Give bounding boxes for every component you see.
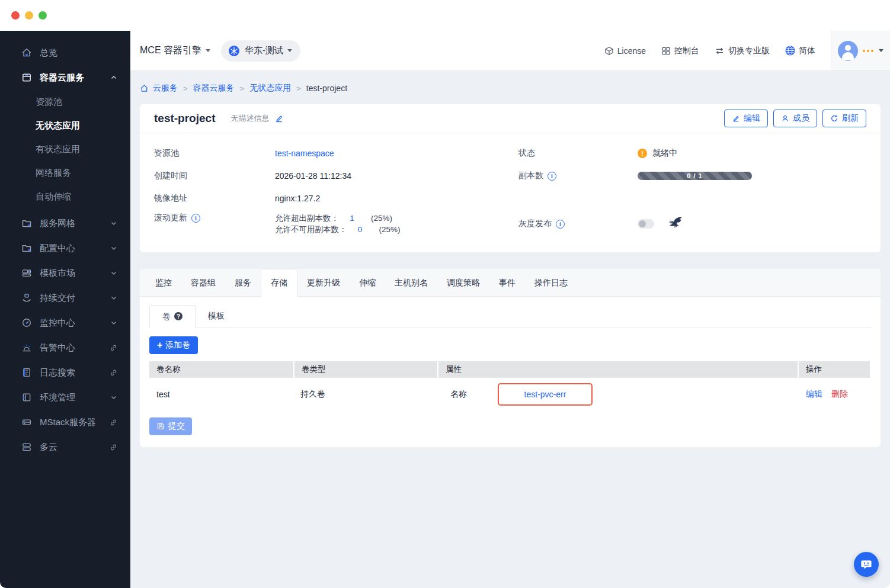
tab-host-alias[interactable]: 主机别名	[385, 269, 437, 296]
license-link[interactable]: License	[604, 46, 646, 56]
tab-scaling[interactable]: 伸缩	[350, 269, 385, 296]
tab-storage[interactable]: 存储	[261, 269, 297, 297]
sidebar-item-overview[interactable]: 总览	[0, 40, 130, 65]
subtab-templates[interactable]: 模板	[196, 304, 237, 327]
sidebar-item-alert-center[interactable]: 告警中心	[0, 335, 130, 360]
row-delete-link[interactable]: 删除	[831, 389, 848, 400]
info-icon[interactable]: i	[191, 214, 200, 223]
image-value: nginx:1.27.2	[275, 194, 320, 203]
edit-button[interactable]: 编辑	[724, 110, 768, 127]
attr-name-label: 名称	[450, 389, 467, 400]
info-icon[interactable]: i	[548, 172, 556, 181]
refresh-button-label: 刷新	[842, 113, 859, 124]
rolling-update-values: 允许超出副本数：1(25%) 允许不可用副本数：0(25%)	[275, 213, 401, 235]
pvc-select[interactable]: test-pvc-err	[498, 383, 593, 406]
sidebar-item-label: 环境管理	[40, 392, 110, 403]
container-service-icon	[21, 72, 32, 83]
submit-button-label: 提交	[168, 421, 185, 432]
volumes-table: 卷名称 卷类型 属性 操作 test 持久卷 名称 test-pvc-err	[149, 361, 871, 414]
breadcrumb-container-cloud[interactable]: 容器云服务	[193, 83, 235, 94]
external-link-icon	[110, 419, 117, 426]
field-label: 滚动更新 i	[154, 213, 275, 223]
cluster-selector[interactable]: 华东-测试	[221, 40, 300, 62]
sidebar-item-environment-mgmt[interactable]: 环境管理	[0, 385, 130, 410]
sidebar-item-label: 日志搜索	[40, 367, 110, 378]
sidebar-item-continuous-delivery[interactable]: 持续交付	[0, 285, 130, 310]
window-title-bar	[0, 0, 890, 31]
sidebar-item-stateful-apps[interactable]: 有状态应用	[0, 137, 130, 161]
sidebar-item-container-cloud[interactable]: 容器云服务	[0, 65, 130, 90]
tab-events[interactable]: 事件	[489, 269, 525, 296]
breadcrumb-current: test-project	[306, 83, 347, 93]
delivery-icon	[21, 293, 32, 303]
info-icon[interactable]: i	[556, 220, 565, 229]
field-label: 创建时间	[154, 171, 275, 181]
breadcrumb-stateless-apps[interactable]: 无状态应用	[249, 83, 291, 94]
surge-label: 允许超出副本数：	[275, 214, 339, 223]
sidebar-item-autoscaling[interactable]: 自动伸缩	[0, 185, 130, 208]
edit-button-label: 编辑	[744, 113, 760, 124]
close-window-button[interactable]	[11, 11, 20, 20]
sidebar-item-label: 多云	[40, 442, 110, 453]
field-label: 副本数 i	[518, 171, 638, 181]
volume-type-cell: 持久卷	[293, 389, 436, 400]
row-edit-link[interactable]: 编辑	[806, 389, 822, 400]
column-header-actions: 操作	[799, 361, 870, 378]
sidebar-item-label: 配置中心	[40, 243, 110, 254]
chevron-down-icon	[110, 294, 117, 301]
top-nav: MCE 容器引擎 华东-测试 License 控制台	[130, 31, 890, 71]
external-link-icon	[110, 444, 117, 451]
row-actions-cell: 编辑 删除	[795, 389, 866, 400]
breadcrumb-cloud-services[interactable]: 云服务	[140, 83, 178, 94]
tab-pods[interactable]: 容器组	[181, 269, 225, 296]
maximize-window-button[interactable]	[39, 11, 47, 20]
sidebar-item-log-search[interactable]: 日志搜索	[0, 360, 130, 385]
tab-upgrade[interactable]: 更新升级	[297, 269, 350, 296]
sidebar-item-resource-pool[interactable]: 资源池	[0, 90, 130, 114]
namespace-link[interactable]: test-namespace	[275, 149, 334, 158]
console-link[interactable]: 控制台	[661, 46, 699, 56]
chat-button[interactable]	[854, 552, 879, 577]
help-icon[interactable]: ?	[174, 312, 183, 320]
product-switcher[interactable]: MCE 容器引擎	[140, 44, 210, 57]
sidebar-item-network-services[interactable]: 网络服务	[0, 161, 130, 185]
switch-pro-link[interactable]: 切换专业版	[715, 46, 770, 56]
tab-scheduling-policy[interactable]: 调度策略	[437, 269, 489, 296]
template-market-icon	[21, 268, 32, 278]
save-icon	[156, 422, 165, 430]
submit-button[interactable]: 提交	[149, 417, 192, 435]
cluster-label: 华东-测试	[245, 45, 283, 56]
refresh-button[interactable]: 刷新	[822, 110, 866, 127]
minimize-window-button[interactable]	[25, 11, 33, 20]
sidebar-item-multicloud[interactable]: 多云	[0, 435, 130, 460]
chevron-down-icon	[287, 49, 292, 52]
more-dots-icon	[863, 50, 875, 52]
add-volume-button[interactable]: + 添加卷	[149, 336, 198, 354]
folder-icon	[21, 243, 32, 253]
subtab-volumes[interactable]: 卷 ?	[149, 305, 196, 327]
user-menu[interactable]	[831, 31, 890, 70]
subtab-volumes-label: 卷	[162, 306, 171, 327]
chevron-down-icon	[110, 269, 117, 277]
sidebar-item-template-market[interactable]: 模板市场	[0, 261, 130, 285]
console-label: 控制台	[674, 46, 699, 56]
language-selector[interactable]: 简体	[785, 46, 815, 56]
tab-services[interactable]: 服务	[225, 269, 261, 296]
chat-smiley-icon	[860, 558, 873, 571]
tab-monitoring[interactable]: 监控	[146, 269, 181, 296]
chevron-down-icon	[110, 245, 117, 252]
folder-icon	[21, 218, 32, 229]
sidebar-item-label: 服务网格	[40, 218, 110, 229]
members-button[interactable]: 成员	[773, 110, 817, 127]
gray-release-toggle[interactable]	[638, 219, 654, 229]
tab-operation-logs[interactable]: 操作日志	[525, 269, 577, 296]
warning-icon: !	[638, 149, 647, 158]
globe-icon	[785, 46, 795, 56]
sidebar-item-monitoring-center[interactable]: 监控中心	[0, 310, 130, 335]
chevron-down-icon	[206, 49, 210, 52]
sidebar-item-mstack-server[interactable]: MStack服务器	[0, 410, 130, 435]
sidebar-item-config-center[interactable]: 配置中心	[0, 236, 130, 261]
sidebar-item-stateless-apps[interactable]: 无状态应用	[0, 114, 130, 137]
edit-description-icon[interactable]	[274, 114, 284, 123]
sidebar-item-service-mesh[interactable]: 服务网格	[0, 211, 130, 236]
